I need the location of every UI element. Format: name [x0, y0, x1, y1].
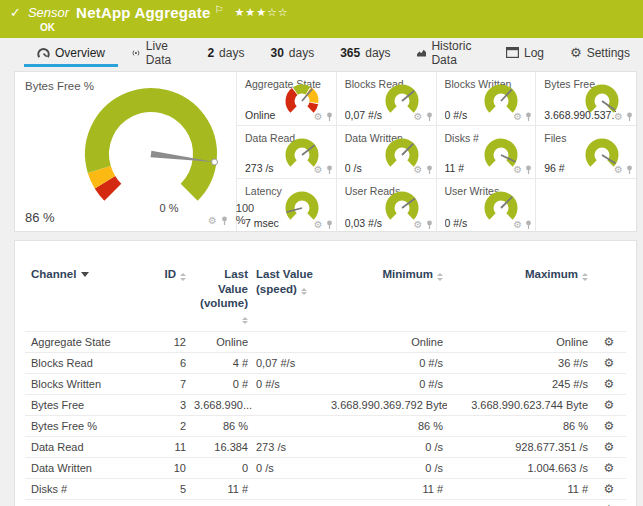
cell-actions: ⚙	[592, 331, 626, 352]
gauge-value: Online	[245, 109, 316, 121]
sort-icon[interactable]	[180, 273, 186, 281]
channel-settings-icon[interactable]: ⚙	[604, 461, 615, 475]
gear-icon[interactable]: ⚙	[614, 112, 623, 122]
tab-live-data[interactable]: Live Data	[118, 41, 194, 67]
cell-channel: Bytes Free %	[25, 415, 150, 436]
settings-gear-icon: ⚙	[570, 46, 582, 59]
table-row[interactable]: Data Written1000 /s0 /s1.004.663 /s⚙	[25, 457, 626, 478]
tab-bar: Overview Live Data 2 days 30 days 365 da…	[24, 41, 643, 67]
pin-icon[interactable]	[326, 220, 333, 230]
cell-id: 3	[150, 394, 190, 415]
sort-icon[interactable]	[582, 273, 588, 281]
table-row[interactable]: Disks #511 #11 #11 #⚙	[25, 478, 626, 499]
cell-max: 86 %	[447, 415, 592, 436]
tab-log[interactable]: Log	[493, 41, 557, 67]
cell-lv-speed	[252, 331, 327, 352]
pin-icon[interactable]	[326, 112, 333, 122]
cell-id: 6	[150, 352, 190, 373]
tab-settings[interactable]: ⚙ Settings	[557, 41, 643, 67]
table-row[interactable]: Bytes Free %286 %86 %86 %⚙	[25, 415, 626, 436]
pin-icon[interactable]	[221, 216, 228, 226]
sensor-header: ✓ Sensor NetApp Aggregate ⚐ ★★★☆☆ OK	[0, 0, 643, 38]
pin-icon[interactable]	[426, 165, 433, 175]
cell-lv-speed	[252, 478, 327, 499]
col-header-minimum[interactable]: Minimum	[327, 243, 447, 331]
table-row[interactable]: Blocks Read64 #0,07 #/s0 #/s36 #/s⚙	[25, 352, 626, 373]
cell-lv-volume: 0	[190, 457, 252, 478]
cell-channel: Blocks Read	[25, 352, 150, 373]
gauge-cell-user-writes: User Writes0 #/s⚙	[437, 179, 537, 233]
gear-icon[interactable]: ⚙	[513, 112, 522, 122]
sort-icon[interactable]	[437, 273, 443, 281]
pin-icon[interactable]	[525, 165, 532, 175]
cell-lv-speed	[252, 394, 327, 415]
status-ok-check-icon: ✓	[10, 5, 21, 20]
gear-icon[interactable]: ⚙	[513, 220, 522, 230]
table-row[interactable]: Downtime-4⚙	[25, 499, 626, 506]
gear-icon[interactable]: ⚙	[208, 216, 217, 226]
pin-icon[interactable]	[525, 112, 532, 122]
tab-30-days[interactable]: 30 days	[257, 41, 327, 67]
gear-icon[interactable]: ⚙	[314, 220, 323, 230]
cell-lv-volume	[190, 499, 252, 506]
cell-channel: Downtime	[25, 499, 150, 506]
pin-icon[interactable]	[626, 112, 633, 122]
tab-overview[interactable]: Overview	[24, 41, 118, 67]
pin-icon[interactable]	[326, 165, 333, 175]
cell-min: 0 /s	[327, 457, 447, 478]
col-header-id[interactable]: ID	[150, 243, 190, 331]
table-row[interactable]: Data Read1116.384273 /s0 /s928.677.351 /…	[25, 436, 626, 457]
gear-icon[interactable]: ⚙	[513, 165, 522, 175]
table-row[interactable]: Bytes Free33.668.990...3.668.990.369.792…	[25, 394, 626, 415]
sort-desc-icon	[81, 272, 89, 277]
tab-2-days[interactable]: 2 days	[194, 41, 257, 67]
channel-settings-icon[interactable]: ⚙	[604, 356, 615, 370]
gear-icon[interactable]: ⚙	[314, 165, 323, 175]
channel-settings-icon[interactable]: ⚙	[604, 335, 615, 349]
pin-icon[interactable]	[626, 165, 633, 175]
col-header-channel[interactable]: Channel	[25, 243, 150, 331]
pin-icon[interactable]	[426, 220, 433, 230]
cell-id: 10	[150, 457, 190, 478]
small-gauges-grid: Aggregate StateOnline⚙Blocks Read0,07 #/…	[237, 72, 636, 231]
tab-365-days[interactable]: 365 days	[327, 41, 403, 67]
cell-lv-speed: 0 #/s	[252, 373, 327, 394]
object-kind-label: Sensor	[28, 5, 69, 20]
gear-icon[interactable]: ⚙	[614, 165, 623, 175]
channel-settings-icon[interactable]: ⚙	[604, 440, 615, 454]
gauge-value: 0 #/s	[445, 109, 516, 121]
channel-settings-icon[interactable]: ⚙	[604, 482, 615, 496]
col-header-maximum[interactable]: Maximum	[447, 243, 592, 331]
gear-icon[interactable]: ⚙	[414, 220, 423, 230]
cell-min: 0 #/s	[327, 352, 447, 373]
gauge-min-label: 0 %	[160, 202, 179, 214]
sort-icon[interactable]	[242, 317, 248, 325]
gauge-value: 96 #	[544, 162, 616, 174]
channel-settings-icon[interactable]: ⚙	[604, 398, 615, 412]
table-row[interactable]: Blocks Written70 #0 #/s0 #/s245 #/s⚙	[25, 373, 626, 394]
gear-icon[interactable]: ⚙	[414, 165, 423, 175]
pin-icon[interactable]	[525, 220, 532, 230]
channel-settings-icon[interactable]: ⚙	[604, 377, 615, 391]
flag-icon[interactable]: ⚐	[214, 4, 223, 15]
cell-actions: ⚙	[592, 394, 626, 415]
gauge-cell-blocks-read: Blocks Read0,07 #/s⚙	[337, 72, 437, 126]
channel-settings-icon[interactable]: ⚙	[604, 419, 615, 433]
col-label: Maximum	[525, 268, 578, 280]
gauge-cell-files: Files96 #⚙	[536, 126, 636, 180]
cell-id: 2	[150, 415, 190, 436]
cell-lv-speed: 273 /s	[252, 436, 327, 457]
tab-unit: days	[365, 46, 390, 60]
gauge-cell-blocks-written: Blocks Written0 #/s⚙	[437, 72, 537, 126]
col-header-last-value-speed[interactable]: Last Value (speed)	[252, 243, 327, 331]
status-badge: OK	[40, 22, 633, 33]
tab-historic-data[interactable]: Historic Data	[404, 41, 493, 67]
gear-icon[interactable]: ⚙	[414, 112, 423, 122]
gear-icon[interactable]: ⚙	[314, 112, 323, 122]
table-row[interactable]: Aggregate State12OnlineOnlineOnline⚙	[25, 331, 626, 352]
pin-icon[interactable]	[426, 112, 433, 122]
rating-stars[interactable]: ★★★☆☆	[234, 6, 288, 19]
col-header-last-value-volume[interactable]: Last Value (volume)	[190, 243, 252, 331]
channel-table: Channel ID Last Value (volume) Last Valu…	[25, 243, 626, 506]
sort-icon[interactable]	[301, 288, 307, 296]
